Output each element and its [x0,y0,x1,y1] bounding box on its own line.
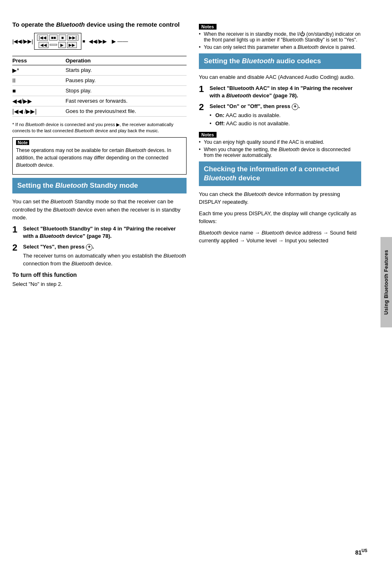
table-row: ■ Stops play. [12,85,187,96]
notes-top-list: When the receiver is in standby mode, th… [199,31,361,50]
section2-header: Setting the Bluetooth Standby mode [12,178,187,193]
step2-sub: The receiver turns on automatically when… [23,252,187,267]
list-item: On: AAC audio is available. [210,112,361,119]
section1-title: To operate the Bluetooth device using th… [12,21,187,29]
note-box: Note These operations may not be availab… [12,137,187,175]
step2-content: Select "Yes", then press +. The receiver… [23,243,187,267]
right-step2-number: 2 [199,103,206,112]
note-item: When you change the setting, the Bluetoo… [199,147,361,158]
operations-table: Press Operation ▶* Starts play. II Pause… [12,56,187,117]
turn-off-heading: To turn off this function [12,272,187,278]
table-row: ◀◀/▶▶ Fast reverses or forwards. [12,96,187,106]
step2: 2 Select "Yes", then press +. The receiv… [12,243,187,267]
step1-number: 1 [12,225,20,234]
right-section2-cycle: Bluetooth device name → Bluetooth device… [199,229,361,245]
table-row: II Pauses play. [12,75,187,85]
right-step2-content: Select "On" or "Off", then press +. On: … [210,103,361,129]
notes-top: Notes When the receiver is in standby mo… [199,24,361,50]
note-item: You can enjoy high quality sound if the … [199,139,361,145]
right-column: Notes When the receiver is in standby mo… [199,21,376,543]
remote-diagram: |◀◀/▶▶| |◀◀ ■■ ■ ▶▶| ◀◀ ▶ ▶▶ [12,33,187,50]
notes-mid-label: Notes [199,132,217,138]
notes-mid-list: You can enjoy high quality sound if the … [199,139,361,158]
step2-number: 2 [12,243,20,252]
circle-button-2: + [292,104,298,110]
right-section2-intro2: Each time you press DISPLAY, the display… [199,209,361,226]
step1: 1 Select "Bluetooth Standby" in step 4 i… [12,225,187,240]
note-text: These operations may not be available fo… [16,147,183,169]
table-row: |◀◀ /▶▶| Goes to the previous/next file. [12,106,187,116]
circle-button: + [86,244,92,251]
sidebar-tab: Using Bluetooth Features [380,237,392,327]
section2-intro: You can set the Bluetooth Standby mode s… [12,198,187,222]
left-column: To operate the Bluetooth device using th… [12,21,187,543]
right-section1-header: Setting the Bluetooth audio codecs [199,53,361,69]
right-step2-sub-list: On: AAC audio is available. Off: AAC aud… [210,112,361,127]
right-step1: 1 Select "Bluetooth AAC" in step 4 in "P… [199,85,361,99]
note-item: When the receiver is in standby mode, th… [199,31,361,43]
col-operation: Operation [65,56,187,65]
right-step1-content: Select "Bluetooth AAC" in step 4 in "Pai… [210,85,361,99]
page-number: 81US [355,548,367,556]
right-section2-header: Checking the information of a connected … [199,161,361,186]
turn-off-text: Select "No" in step 2. [12,280,187,288]
note-label: Note [16,140,29,145]
footnote-text: * If no Bluetooth device is connected an… [12,122,187,134]
note-item: You can only select this parameter when … [199,44,361,50]
col-press: Press [12,56,65,65]
right-section1-intro: You can enable and disable AAC (Advanced… [199,73,361,81]
right-step1-number: 1 [199,85,206,94]
notes-top-label: Notes [199,24,217,30]
right-section1-notes: Notes You can enjoy high quality sound i… [199,132,361,158]
list-item: Off: AAC audio is not available. [210,120,361,127]
table-row: ▶* Starts play. [12,65,187,75]
right-section2-intro: You can check the Bluetooth device infor… [199,190,361,206]
step1-content: Select "Bluetooth Standby" in step 4 in … [23,225,187,240]
right-step2: 2 Select "On" or "Off", then press +. On… [199,103,361,129]
